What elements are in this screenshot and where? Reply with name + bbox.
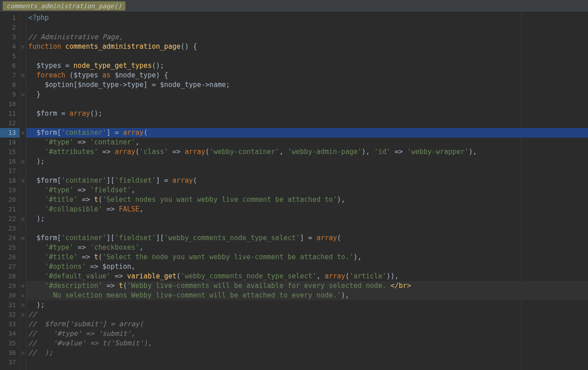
fold-marker[interactable]: ⊟ xyxy=(20,310,26,319)
code-line[interactable] xyxy=(26,99,588,109)
code-line[interactable]: function comments_administration_page() … xyxy=(26,42,588,51)
fold-marker[interactable] xyxy=(20,138,26,147)
code-line[interactable]: $option[$node_type->type] = $node_type->… xyxy=(26,80,588,90)
fold-marker[interactable]: ⊟ xyxy=(20,176,26,185)
fold-marker[interactable] xyxy=(20,13,26,23)
line-number-gutter: 1234567891011121314151617181920212223242… xyxy=(0,12,20,370)
fold-marker[interactable] xyxy=(20,272,26,281)
fold-marker[interactable] xyxy=(20,262,26,272)
code-line[interactable]: <?php xyxy=(26,13,588,23)
code-line[interactable]: } xyxy=(26,90,588,99)
fold-marker[interactable] xyxy=(20,224,26,233)
code-line[interactable]: ); xyxy=(26,300,588,310)
line-number: 32 xyxy=(0,310,20,319)
line-number: 13 xyxy=(0,128,20,138)
code-line[interactable]: '#collapsible' => FALSE, xyxy=(26,205,588,214)
fold-marker[interactable] xyxy=(20,358,26,367)
fold-marker[interactable]: ⊟ xyxy=(20,71,26,80)
code-line[interactable]: '#title' => t('Select the node you want … xyxy=(26,252,588,262)
code-line[interactable]: // Administrative Page, xyxy=(26,32,588,42)
line-number: 19 xyxy=(0,185,20,195)
code-line[interactable] xyxy=(26,23,588,32)
code-line[interactable] xyxy=(26,224,588,233)
code-line[interactable]: // xyxy=(26,310,588,319)
fold-marker[interactable]: ⊟ xyxy=(20,128,26,138)
fold-marker[interactable] xyxy=(20,147,26,157)
breadcrumb-function[interactable]: comments_administration_page() xyxy=(3,1,125,10)
code-line[interactable]: '#default_value' => variable_get('webby_… xyxy=(26,272,588,281)
fold-marker[interactable] xyxy=(20,195,26,205)
code-line[interactable]: // $form['submit'] = array( xyxy=(26,319,588,329)
code-line[interactable] xyxy=(26,51,588,61)
code-line[interactable]: // '#type' => 'submit', xyxy=(26,329,588,339)
fold-marker[interactable] xyxy=(20,51,26,61)
fold-marker[interactable] xyxy=(20,118,26,128)
fold-marker[interactable] xyxy=(20,99,26,109)
fold-marker[interactable] xyxy=(20,109,26,118)
line-number: 9 xyxy=(0,90,20,99)
code-line[interactable]: '#attributes' => array('class' => array(… xyxy=(26,147,588,157)
fold-marker[interactable]: ⊡ xyxy=(20,300,26,310)
line-number: 23 xyxy=(0,224,20,233)
code-line[interactable]: '#options' => $option, xyxy=(26,262,588,272)
line-number: 1 xyxy=(0,13,20,23)
fold-marker[interactable] xyxy=(20,23,26,32)
fold-marker[interactable] xyxy=(20,32,26,42)
line-number: 8 xyxy=(0,80,20,90)
fold-marker[interactable] xyxy=(20,166,26,176)
fold-marker[interactable]: ⊟ xyxy=(20,233,26,243)
line-number: 18 xyxy=(0,176,20,185)
fold-column[interactable]: ⊟⊟⊡⊟⊡⊟⊡⊟⊟⊡⊡⊟⊡ xyxy=(20,12,26,370)
fold-marker[interactable]: ⊡ xyxy=(20,90,26,99)
line-number: 4 xyxy=(0,42,20,51)
code-area[interactable]: <?php// Administrative Page,function com… xyxy=(26,12,588,370)
line-number: 12 xyxy=(0,118,20,128)
code-line[interactable]: $form['container']['fieldset']['webby_co… xyxy=(26,233,588,243)
code-line[interactable]: '#title' => t('Select nodes you want web… xyxy=(26,195,588,205)
code-line[interactable]: '#description' => t('Webby live-comments… xyxy=(26,281,588,291)
code-line[interactable] xyxy=(26,118,588,128)
fold-marker[interactable]: ⊟ xyxy=(20,281,26,291)
code-line[interactable] xyxy=(26,358,588,367)
line-number: 35 xyxy=(0,339,20,348)
fold-marker[interactable]: ⊡ xyxy=(20,348,26,358)
code-line[interactable]: '#type' => 'container', xyxy=(26,138,588,147)
line-number: 7 xyxy=(0,71,20,80)
code-line[interactable]: $types = node_type_get_types(); xyxy=(26,61,588,71)
fold-marker[interactable] xyxy=(20,329,26,339)
line-number: 16 xyxy=(0,157,20,166)
line-number: 25 xyxy=(0,243,20,252)
line-number: 22 xyxy=(0,214,20,224)
line-number: 34 xyxy=(0,329,20,339)
code-editor[interactable]: 1234567891011121314151617181920212223242… xyxy=(0,12,588,370)
fold-marker[interactable] xyxy=(20,61,26,71)
fold-marker[interactable] xyxy=(20,339,26,348)
line-number: 27 xyxy=(0,262,20,272)
code-line[interactable]: // ); xyxy=(26,348,588,358)
fold-marker[interactable]: ⊟ xyxy=(20,42,26,51)
code-line[interactable]: $form['container']['fieldset'] = array( xyxy=(26,176,588,185)
fold-marker[interactable] xyxy=(20,80,26,90)
fold-marker[interactable] xyxy=(20,243,26,252)
fold-marker[interactable]: ⊡ xyxy=(20,291,26,300)
code-line[interactable]: ); xyxy=(26,157,588,166)
line-number: 26 xyxy=(0,252,20,262)
fold-marker[interactable]: ⊡ xyxy=(20,214,26,224)
code-line[interactable]: $form['container'] = array( xyxy=(26,128,588,138)
fold-marker[interactable] xyxy=(20,252,26,262)
line-number: 11 xyxy=(0,109,20,118)
line-number: 37 xyxy=(0,358,20,367)
code-line[interactable]: '#type' => 'fieldset', xyxy=(26,185,588,195)
code-line[interactable]: ); xyxy=(26,214,588,224)
code-line[interactable]: foreach ($types as $node_type) { xyxy=(26,71,588,80)
code-line[interactable]: '#type' => 'checkboxes', xyxy=(26,243,588,252)
code-line[interactable] xyxy=(26,166,588,176)
line-number: 3 xyxy=(0,32,20,42)
code-line[interactable]: // '#value' => t('Submit'), xyxy=(26,339,588,348)
code-line[interactable]: $form = array(); xyxy=(26,109,588,118)
code-line[interactable]: No selection means Webby live-comment wi… xyxy=(26,291,588,300)
fold-marker[interactable] xyxy=(20,319,26,329)
fold-marker[interactable]: ⊡ xyxy=(20,157,26,166)
fold-marker[interactable] xyxy=(20,205,26,214)
fold-marker[interactable] xyxy=(20,185,26,195)
